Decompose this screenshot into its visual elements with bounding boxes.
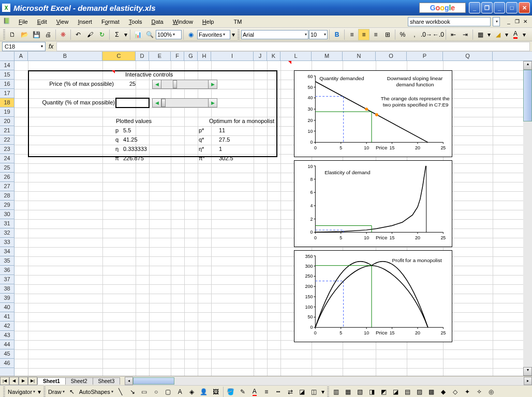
row-header-22[interactable]: 22 bbox=[0, 135, 14, 145]
help-dropdown[interactable]: ▾ bbox=[493, 17, 500, 26]
col-header-P[interactable]: P bbox=[407, 52, 443, 60]
col-header-G[interactable]: G bbox=[184, 52, 198, 60]
extra-button-10[interactable]: ◆ bbox=[438, 386, 449, 398]
row-header-35[interactable]: 35 bbox=[0, 256, 14, 266]
arrow-button[interactable]: ↘ bbox=[127, 386, 138, 398]
toolbar-more[interactable]: ▾ bbox=[37, 386, 42, 398]
row-header-36[interactable]: 36 bbox=[0, 266, 14, 275]
fontsize-combo[interactable]: 10▾ bbox=[309, 30, 328, 39]
col-header-J[interactable]: J bbox=[254, 52, 267, 60]
vertical-scrollbar[interactable]: ▴ ▾ bbox=[523, 61, 532, 376]
row-header-41[interactable]: 41 bbox=[0, 312, 14, 322]
extra-button-14[interactable]: ◎ bbox=[485, 386, 497, 398]
align-right-button[interactable]: ≡ bbox=[370, 29, 381, 40]
col-header-Q[interactable]: Q bbox=[443, 52, 493, 60]
row-header-31[interactable]: 31 bbox=[0, 219, 14, 228]
selected-cell[interactable] bbox=[115, 98, 150, 108]
favorites-combo[interactable]: Favorites▾ bbox=[197, 30, 230, 39]
toolbar-grip[interactable] bbox=[3, 29, 5, 40]
wordart-button[interactable]: A bbox=[174, 386, 186, 398]
row-header-30[interactable]: 30 bbox=[0, 210, 14, 219]
autosum-dropdown[interactable]: ▾ bbox=[123, 29, 128, 40]
increase-decimal-button[interactable]: .0→ bbox=[421, 29, 432, 40]
menu-tm[interactable]: TM bbox=[229, 18, 246, 26]
qty-spinner[interactable]: ◀ ▶ bbox=[152, 98, 217, 108]
scroll-down-button[interactable]: ▾ bbox=[523, 367, 532, 376]
font-color-button[interactable]: A bbox=[510, 29, 521, 40]
extra-button-11[interactable]: ◇ bbox=[450, 386, 461, 398]
fill-dropdown[interactable]: ▾ bbox=[504, 29, 509, 40]
select-objects-button[interactable]: ↖ bbox=[66, 386, 78, 398]
help-search-input[interactable] bbox=[408, 17, 491, 26]
qty-spin-track[interactable] bbox=[161, 98, 208, 108]
picture-button[interactable]: 🖼 bbox=[210, 386, 221, 398]
row-header-37[interactable]: 37 bbox=[0, 275, 14, 284]
menu-view[interactable]: View bbox=[52, 18, 73, 26]
toolbar-grip-2[interactable] bbox=[238, 29, 240, 40]
decrease-decimal-button[interactable]: ←.0 bbox=[433, 29, 444, 40]
row-header-44[interactable]: 44 bbox=[0, 340, 14, 349]
extra-button-6[interactable]: ◪ bbox=[390, 386, 402, 398]
bold-button[interactable]: B bbox=[331, 29, 343, 40]
name-box[interactable]: C18▾ bbox=[2, 42, 46, 51]
row-header-33[interactable]: 33 bbox=[0, 238, 14, 247]
row-header-23[interactable]: 23 bbox=[0, 145, 14, 154]
grip[interactable] bbox=[3, 387, 5, 397]
row-header-45[interactable]: 45 bbox=[0, 349, 14, 359]
scroll-right-button[interactable]: ▸ bbox=[524, 377, 532, 385]
extra-button-1[interactable]: ▥ bbox=[331, 386, 342, 398]
font-color-dropdown[interactable]: ▾ bbox=[522, 29, 527, 40]
extra-button-4[interactable]: ◨ bbox=[366, 386, 378, 398]
row-header-46[interactable]: 46 bbox=[0, 359, 14, 368]
price-spin-left[interactable]: ◀ bbox=[152, 80, 161, 89]
scroll-thumb[interactable] bbox=[523, 70, 532, 121]
fx-icon[interactable]: fx bbox=[49, 43, 53, 50]
line-style-button[interactable]: ≡ bbox=[261, 386, 272, 398]
extra-button-13[interactable]: ✧ bbox=[474, 386, 485, 398]
increase-indent-button[interactable]: ⇥ bbox=[460, 29, 471, 40]
row-header-16[interactable]: 16 bbox=[0, 80, 14, 89]
doc-close-button[interactable]: ✕ bbox=[522, 18, 529, 25]
row-header-18[interactable]: 18 bbox=[0, 98, 14, 108]
draw-more[interactable]: ▾ bbox=[320, 386, 326, 398]
menu-insert[interactable]: Insert bbox=[73, 18, 96, 26]
row-header-24[interactable]: 24 bbox=[0, 154, 14, 163]
menu-data[interactable]: Data bbox=[147, 18, 167, 26]
save-button[interactable]: 💾 bbox=[31, 29, 42, 40]
undo-button[interactable]: ↶ bbox=[72, 29, 84, 40]
align-center-button[interactable]: ≡ bbox=[358, 29, 370, 40]
maximize-button[interactable]: □ bbox=[506, 2, 518, 13]
scroll-up-button[interactable]: ▴ bbox=[523, 61, 532, 70]
menu-window[interactable]: Window bbox=[169, 18, 197, 26]
zoom-out-button[interactable]: 🔍 bbox=[144, 29, 155, 40]
comma-button[interactable]: , bbox=[409, 29, 420, 40]
doc-icon[interactable]: 📗 bbox=[3, 18, 11, 26]
shadow-button[interactable]: ◪ bbox=[297, 386, 308, 398]
autosum-button[interactable]: Σ bbox=[111, 29, 123, 40]
fill-color-button[interactable]: ◢ bbox=[492, 29, 504, 40]
permission-button[interactable]: ❋ bbox=[57, 29, 69, 40]
minimize-button-2[interactable]: _ bbox=[494, 2, 505, 13]
row-header-39[interactable]: 39 bbox=[0, 294, 14, 303]
navigator-menu[interactable]: Navigator▾ bbox=[7, 387, 36, 396]
row-header-20[interactable]: 20 bbox=[0, 117, 14, 126]
tab-nav-prev[interactable]: ◀ bbox=[9, 377, 19, 385]
sheet-tab-sheet1[interactable]: Sheet1 bbox=[37, 377, 66, 385]
paintbrush-button[interactable]: 🖌 bbox=[84, 29, 96, 40]
extra-button-2[interactable]: ▦ bbox=[343, 386, 354, 398]
row-header-38[interactable]: 38 bbox=[0, 284, 14, 294]
row-header-15[interactable]: 15 bbox=[0, 70, 14, 80]
price-spin-right[interactable]: ▶ bbox=[208, 80, 217, 89]
menu-format[interactable]: Format bbox=[97, 18, 124, 26]
col-header-F[interactable]: F bbox=[171, 52, 184, 60]
row-header-34[interactable]: 34 bbox=[0, 247, 14, 256]
price-spinner[interactable]: ◀ ▶ bbox=[152, 80, 217, 89]
draw-menu[interactable]: Draw▾ bbox=[47, 387, 66, 396]
col-header-E[interactable]: E bbox=[149, 52, 171, 60]
row-header-14[interactable]: 14 bbox=[0, 61, 14, 70]
formula-input[interactable] bbox=[56, 42, 530, 51]
col-header-N[interactable]: N bbox=[343, 52, 376, 60]
rectangle-button[interactable]: ▭ bbox=[139, 386, 150, 398]
qty-spin-left[interactable]: ◀ bbox=[152, 98, 161, 108]
row-header-28[interactable]: 28 bbox=[0, 191, 14, 201]
